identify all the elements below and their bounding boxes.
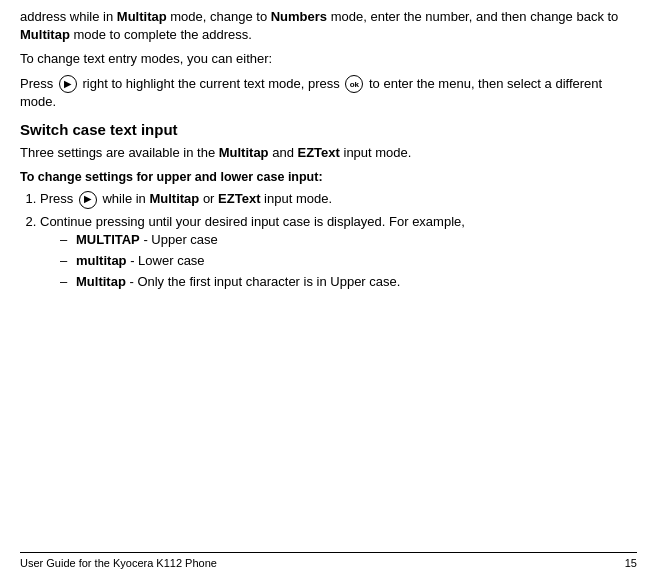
step1-nav-icon: ▶: [79, 191, 97, 209]
option3-desc: - Only the first input character is in U…: [126, 274, 401, 289]
content-area: address while in Multitap mode, change t…: [20, 8, 637, 552]
change-modes-text: To change text entry modes, you can eith…: [20, 51, 272, 66]
multitap-3: Multitap: [219, 145, 269, 160]
ok-icon: ok: [345, 75, 363, 93]
and-text: and: [269, 145, 298, 160]
step1-prefix: Press: [40, 191, 73, 206]
three-settings-text: Three settings are available in the: [20, 145, 219, 160]
intro-text-2: mode, change to: [167, 9, 271, 24]
intro-paragraph: address while in Multitap mode, change t…: [20, 8, 637, 44]
press-line: right to highlight the current text mode…: [82, 76, 339, 91]
options-list: MULTITAP - Upper case multitap - Lower c…: [76, 231, 637, 292]
three-settings-paragraph: Three settings are available in the Mult…: [20, 144, 637, 162]
section-heading: Switch case text input: [20, 121, 637, 138]
intro-text-3: mode, enter the number, and then change …: [327, 9, 618, 24]
intro-text-1: address while in: [20, 9, 117, 24]
step2-text: Continue pressing until your desired inp…: [40, 214, 465, 229]
step1-middle: while in: [102, 191, 149, 206]
option1-label: MULTITAP: [76, 232, 140, 247]
step1-suffix: input mode.: [260, 191, 332, 206]
numbers: Numbers: [271, 9, 327, 24]
sub-heading: To change settings for upper and lower c…: [20, 169, 637, 187]
press-prefix: Press: [20, 76, 53, 91]
press-line-paragraph: Press ▶ right to highlight the current t…: [20, 75, 637, 112]
step-2: Continue pressing until your desired inp…: [40, 213, 637, 292]
page-container: address while in Multitap mode, change t…: [0, 0, 657, 577]
option2-label: multitap: [76, 253, 127, 268]
footer-page: 15: [625, 557, 637, 569]
option1-desc: - Upper case: [140, 232, 218, 247]
step1-eztext: EZText: [218, 191, 260, 206]
step1-or: or: [199, 191, 218, 206]
option-2: multitap - Lower case: [76, 252, 637, 270]
footer: User Guide for the Kyocera K112 Phone 15: [20, 552, 637, 569]
option-1: MULTITAP - Upper case: [76, 231, 637, 249]
footer-title: User Guide for the Kyocera K112 Phone: [20, 557, 217, 569]
steps-list: Press ▶ while in Multitap or EZText inpu…: [40, 190, 637, 291]
multitap-1: Multitap: [117, 9, 167, 24]
change-modes-paragraph: To change text entry modes, you can eith…: [20, 50, 637, 68]
step1-multitap: Multitap: [149, 191, 199, 206]
nav-right-icon: ▶: [59, 75, 77, 93]
multitap-2: Multitap: [20, 27, 70, 42]
intro-text-4: mode to complete the address.: [70, 27, 252, 42]
option2-desc: - Lower case: [127, 253, 205, 268]
input-mode-text: input mode.: [340, 145, 412, 160]
option-3: Multitap - Only the first input characte…: [76, 273, 637, 291]
option3-label: Multitap: [76, 274, 126, 289]
step-1: Press ▶ while in Multitap or EZText inpu…: [40, 190, 637, 209]
eztext-1: EZText: [297, 145, 339, 160]
